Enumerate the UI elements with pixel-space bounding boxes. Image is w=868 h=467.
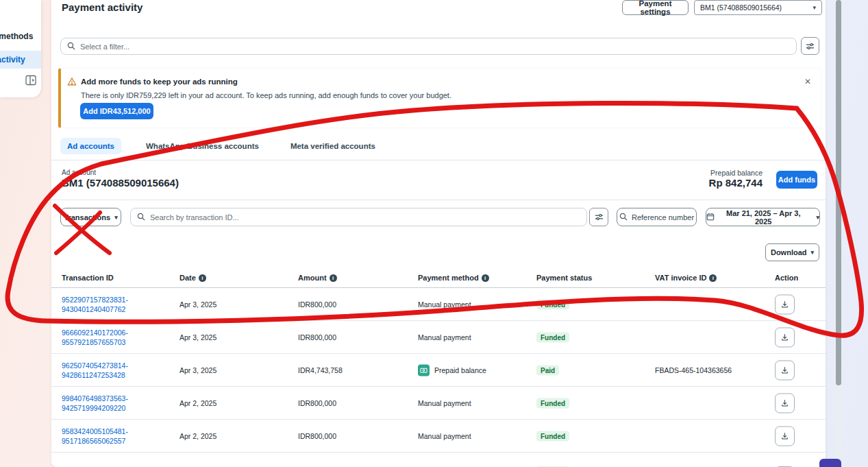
sidebar-item-payment-methods[interactable]: Payment methods — [0, 27, 41, 45]
sidebar-collapse-icon[interactable] — [25, 74, 37, 86]
sidebar-item-label: Payment activity — [0, 51, 25, 69]
search-icon — [137, 211, 145, 224]
column-amount: Amount — [298, 274, 337, 282]
date-cell: Apr 2, 2025 — [179, 432, 216, 440]
payment-method-cell: Manual payment — [418, 399, 471, 407]
transaction-id-link[interactable]: 9625074054273814-9428611247253428 — [62, 360, 128, 379]
table-row: 9984076498373563-9425719994209220 Apr 2,… — [51, 387, 826, 420]
column-payment-method: Payment method — [418, 274, 489, 282]
transaction-id-link[interactable]: 9984076498373563-9425719994209220 — [62, 393, 128, 412]
add-funds-cta-button[interactable]: Add IDR43,512,000 — [80, 103, 153, 119]
column-action: Action — [775, 274, 798, 282]
status-badge: Paid — [536, 365, 559, 375]
download-button[interactable]: Download — [765, 243, 819, 261]
info-icon[interactable] — [199, 274, 206, 282]
close-icon[interactable]: ✕ — [804, 77, 811, 86]
table-row: 9651774734937075- Apr 2, 2025 IDR800,000… — [51, 453, 826, 467]
transaction-search-box — [130, 208, 587, 226]
table-row: 9625074054273814-9428611247253428 Apr 3,… — [51, 354, 826, 387]
prepaid-balance-icon — [418, 364, 430, 376]
add-funds-banner: Add more funds to keep your ads running … — [58, 69, 821, 128]
column-transaction-id: Transaction ID — [62, 274, 114, 282]
download-invoice-button[interactable] — [775, 294, 795, 314]
download-label: Download — [771, 248, 807, 256]
transaction-id-link[interactable]: 9583424005105481-9517186565062557 — [62, 426, 128, 445]
reference-number-button[interactable]: Reference number — [617, 208, 697, 226]
transactions-type-label: Transactions — [64, 213, 110, 221]
download-invoice-button[interactable] — [775, 360, 795, 380]
status-badge: Funded — [536, 332, 569, 342]
date-cell: Apr 2, 2025 — [179, 399, 216, 407]
download-invoice-button[interactable] — [775, 426, 795, 446]
divider — [51, 200, 826, 200]
ad-account-label: Ad account — [62, 169, 96, 176]
advanced-filter-button[interactable] — [589, 208, 608, 226]
payment-method-cell: Prepaid balance — [418, 364, 486, 376]
amount-cell: IDR800,000 — [298, 432, 336, 440]
date-cell: Apr 3, 2025 — [179, 333, 216, 342]
amount-cell: IDR800,000 — [298, 333, 336, 342]
prepaid-balance-label: Prepaid balance — [710, 169, 762, 177]
payment-method-cell: Manual payment — [418, 432, 471, 440]
table-header: Transaction ID Date Amount Payment metho… — [51, 270, 826, 288]
transaction-id-link[interactable]: 9666092140172006-9557921857655703 — [62, 327, 128, 346]
column-payment-status: Payment status — [536, 274, 592, 282]
payment-method-cell: Manual payment — [418, 300, 471, 309]
transactions-type-selector[interactable]: Transactions — [60, 208, 121, 226]
account-type-tabs: Ad accounts WhatsApp Business accounts M… — [60, 138, 382, 154]
calendar-icon — [706, 213, 715, 222]
main-panel: Payment activity Payment settings BM1 (5… — [51, 0, 826, 467]
chat-widget[interactable] — [819, 459, 841, 467]
vat-invoice-cell: FBADS-465-104363656 — [655, 366, 732, 374]
date-range-label: Mar 21, 2025 – Apr 3, 2025 — [719, 209, 808, 226]
amount-cell: IDR4,743,758 — [298, 366, 343, 374]
banner-body: There is only IDR759,229 left in your ad… — [81, 91, 451, 99]
sidebar-item-label: Payment methods — [0, 27, 33, 45]
filter-search-input[interactable] — [80, 43, 790, 51]
payment-method-cell: Manual payment — [418, 333, 471, 342]
tab-whatsapp-business-accounts[interactable]: WhatsApp Business accounts — [139, 138, 266, 154]
status-badge: Funded — [536, 299, 569, 309]
tab-meta-verified-accounts[interactable]: Meta verified accounts — [284, 138, 382, 154]
info-icon[interactable] — [482, 274, 489, 282]
warning-icon — [67, 77, 77, 86]
column-vat-invoice-id: VAT invoice ID — [655, 274, 717, 282]
info-icon[interactable] — [709, 274, 717, 282]
table-row: 9583424005105481-9517186565062557 Apr 2,… — [51, 420, 826, 453]
amount-cell: IDR800,000 — [298, 399, 336, 407]
status-badge: Funded — [536, 431, 569, 441]
amount-cell: IDR800,000 — [298, 300, 336, 309]
left-sidebar: Payment methods Payment activity — [0, 0, 41, 97]
date-cell: Apr 3, 2025 — [179, 366, 216, 374]
transaction-id-link[interactable]: 9522907157823831-9430401240407762 — [62, 294, 128, 313]
search-icon — [67, 40, 75, 53]
info-icon[interactable] — [330, 274, 337, 282]
page-title: Payment activity — [62, 1, 142, 13]
business-account-selector-value: BM1 (574088509015664) — [700, 3, 782, 12]
advanced-filter-button[interactable] — [801, 37, 819, 55]
reference-number-label: Reference number — [632, 213, 694, 221]
filter-search-box — [60, 38, 797, 55]
payment-settings-button[interactable]: Payment settings — [622, 0, 689, 15]
business-account-selector[interactable]: BM1 (574088509015664) — [694, 0, 822, 15]
scrollbar-thumb[interactable] — [836, 0, 841, 385]
ad-account-name: BM1 (574088509015664) — [62, 177, 179, 189]
date-cell: Apr 3, 2025 — [179, 300, 216, 309]
tab-ad-accounts[interactable]: Ad accounts — [60, 138, 121, 154]
sidebar-item-payment-activity[interactable]: Payment activity — [0, 51, 41, 69]
table-row: 9666092140172006-9557921857655703 Apr 3,… — [51, 321, 826, 354]
date-range-picker[interactable]: Mar 21, 2025 – Apr 3, 2025 — [706, 208, 820, 226]
prepaid-balance-value: Rp 842,744 — [709, 177, 762, 189]
divider — [51, 160, 826, 160]
transaction-search-input[interactable] — [150, 213, 580, 221]
table-row: 9522907157823831-9430401240407762 Apr 3,… — [51, 288, 826, 321]
column-date: Date — [179, 274, 206, 282]
search-icon — [619, 213, 628, 222]
add-funds-button[interactable]: Add funds — [776, 171, 817, 189]
download-invoice-button[interactable] — [775, 393, 795, 413]
status-badge: Funded — [536, 398, 569, 408]
banner-title: Add more funds to keep your ads running — [81, 77, 238, 86]
download-invoice-button[interactable] — [775, 327, 795, 347]
